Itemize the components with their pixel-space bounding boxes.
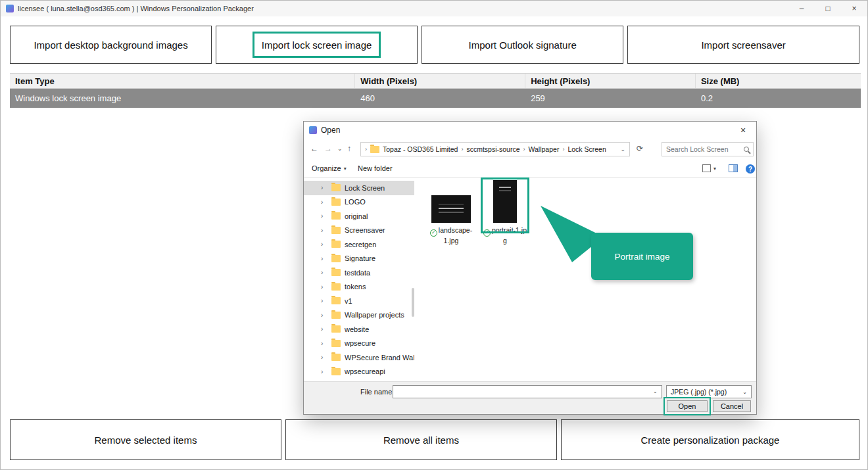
tree-item-website[interactable]: › website: [304, 322, 414, 337]
folder-icon: [331, 227, 341, 234]
breadcrumb-segment-0[interactable]: Topaz - OSD365 Limited: [383, 145, 458, 153]
window-controls: – □ ×: [788, 1, 867, 16]
file-name-input[interactable]: [393, 385, 662, 398]
tree-item-tokens[interactable]: › tokens: [304, 280, 414, 294]
maximize-button[interactable]: □: [815, 1, 841, 16]
forward-icon[interactable]: →: [324, 144, 332, 153]
callout-label: Portrait image: [614, 252, 669, 262]
file-item-portrait[interactable]: ✓portrait-1.jpg: [483, 179, 527, 245]
preview-pane-icon[interactable]: [729, 164, 738, 172]
chevron-right-icon[interactable]: ›: [321, 297, 327, 304]
import-screensaver-label: Import screensaver: [701, 39, 785, 51]
file-name-label: portrait-1.jpg: [492, 226, 527, 245]
remove-selected-button[interactable]: Remove selected items: [10, 419, 281, 460]
chevron-right-icon[interactable]: ›: [321, 241, 327, 248]
tree-item-label: secretgen: [345, 241, 376, 248]
chevron-right-icon[interactable]: ›: [321, 312, 327, 319]
tree-item-secretgen[interactable]: › secretgen: [304, 237, 414, 252]
breadcrumb-separator-icon: ›: [461, 146, 463, 153]
address-dropdown-icon[interactable]: ⌄: [620, 146, 625, 153]
breadcrumb-segment-2[interactable]: Wallpaper: [529, 145, 560, 153]
search-input[interactable]: [666, 145, 744, 153]
tree-item-wpsecureapi[interactable]: › wpsecureapi: [304, 365, 414, 379]
annotation-callout: Portrait image: [591, 233, 693, 280]
folder-icon: [331, 325, 341, 333]
breadcrumb-segment-3[interactable]: Lock Screen: [567, 145, 606, 153]
header-height: Height (Pixels): [525, 74, 696, 88]
chevron-right-icon[interactable]: ›: [321, 283, 327, 291]
chevron-right-icon[interactable]: ›: [321, 212, 327, 220]
header-width: Width (Pixels): [355, 74, 525, 88]
tree-item-logo[interactable]: › LOGO: [304, 195, 414, 210]
portrait-thumbnail: [493, 180, 517, 223]
chevron-right-icon[interactable]: ›: [321, 325, 327, 333]
chevron-right-icon[interactable]: ›: [321, 340, 327, 347]
remove-all-button[interactable]: Remove all items: [285, 419, 557, 460]
folder-icon: [331, 283, 341, 291]
breadcrumb[interactable]: › Topaz - OSD365 Limited › sccmtspsi-sou…: [360, 142, 630, 156]
new-folder-label: New folder: [358, 164, 393, 172]
chevron-right-icon[interactable]: ›: [321, 227, 327, 234]
tree-item-lock-screen[interactable]: › Lock Screen: [304, 181, 414, 195]
tree-item-wallpaper-projects[interactable]: › Wallpaper projects: [304, 308, 414, 323]
import-lock-screen-button[interactable]: Import lock screen image: [216, 26, 418, 64]
file-type-select[interactable]: JPEG (.jpg) (*.jpg) ⌄: [666, 385, 752, 398]
tree-item-signature[interactable]: › Signature: [304, 252, 414, 266]
table-row[interactable]: Windows lock screen image 460 259 0.2: [10, 89, 861, 108]
close-button[interactable]: ×: [841, 1, 867, 16]
minimize-button[interactable]: –: [788, 1, 815, 16]
tree-item-label: website: [345, 325, 369, 333]
cell-size: 0.2: [696, 89, 861, 108]
file-item-landscape[interactable]: ✓landscape-1.jpg: [429, 179, 473, 245]
chevron-right-icon[interactable]: ›: [321, 199, 327, 206]
import-outlook-signature-label: Import Outlook signature: [469, 39, 577, 51]
create-package-button[interactable]: Create personalization package: [561, 419, 859, 460]
folder-icon: [331, 212, 341, 220]
cancel-button[interactable]: Cancel: [713, 400, 751, 412]
breadcrumb-separator-icon: ›: [562, 146, 564, 153]
tree-item-wpsecure[interactable]: › wpsecure: [304, 337, 414, 351]
tree-item-label: original: [345, 212, 368, 220]
open-button[interactable]: Open: [667, 400, 708, 412]
tree-item-original[interactable]: › original: [304, 209, 414, 223]
breadcrumb-chevron-icon: ›: [365, 146, 367, 153]
cell-height: 259: [525, 89, 696, 108]
open-button-label: Open: [679, 402, 696, 410]
view-options-icon[interactable]: ▾: [702, 164, 716, 172]
organize-caret-icon: ▾: [344, 166, 347, 172]
chevron-right-icon[interactable]: ›: [321, 255, 327, 262]
app-window: licensee ( luna.stella@osd365.com ) | Wi…: [0, 0, 868, 470]
back-icon[interactable]: ←: [310, 144, 318, 153]
items-table-header: Item Type Width (Pixels) Height (Pixels)…: [10, 73, 861, 89]
dialog-title: Open: [321, 126, 340, 135]
breadcrumb-segment-1[interactable]: sccmtspsi-source: [466, 145, 519, 153]
up-icon[interactable]: ↑: [347, 144, 351, 153]
chevron-right-icon[interactable]: ›: [321, 368, 327, 375]
chevron-right-icon[interactable]: ›: [321, 269, 327, 276]
tree-item-testdata[interactable]: › testdata: [304, 266, 414, 280]
import-screensaver-button[interactable]: Import screensaver: [627, 26, 859, 64]
new-folder-button[interactable]: New folder: [358, 164, 393, 172]
organize-button[interactable]: Organize ▾: [312, 164, 347, 172]
import-outlook-signature-button[interactable]: Import Outlook signature: [422, 26, 623, 64]
import-desktop-background-button[interactable]: Import desktop background images: [10, 26, 212, 64]
header-item-type: Item Type: [10, 74, 355, 88]
tree-item-v1[interactable]: › v1: [304, 294, 414, 308]
folder-icon: [331, 199, 341, 206]
import-toolbar: Import desktop background images Import …: [10, 26, 859, 64]
organize-label: Organize: [312, 164, 341, 172]
dialog-close-icon[interactable]: ×: [730, 122, 756, 139]
folder-icon: [331, 340, 341, 347]
tree-item-wpsecure-brand-wallpapers[interactable]: › WPSecure Brand Wallpapers: [304, 350, 414, 365]
create-package-label: Create personalization package: [640, 435, 779, 446]
chevron-right-icon[interactable]: ›: [321, 354, 327, 361]
folder-icon: [331, 312, 341, 319]
sync-check-icon: ✓: [483, 229, 491, 237]
landscape-thumbnail: [431, 195, 471, 223]
help-icon[interactable]: ?: [746, 164, 755, 174]
tree-item-screensaver[interactable]: › Screensaver: [304, 223, 414, 238]
dialog-footer: File name: ⌄ JPEG (.jpg) (*.jpg) ⌄ Open …: [304, 381, 756, 414]
refresh-icon[interactable]: ⟳: [637, 144, 643, 153]
history-chevron-icon[interactable]: ⌄: [337, 145, 343, 152]
chevron-right-icon[interactable]: ›: [321, 184, 327, 191]
